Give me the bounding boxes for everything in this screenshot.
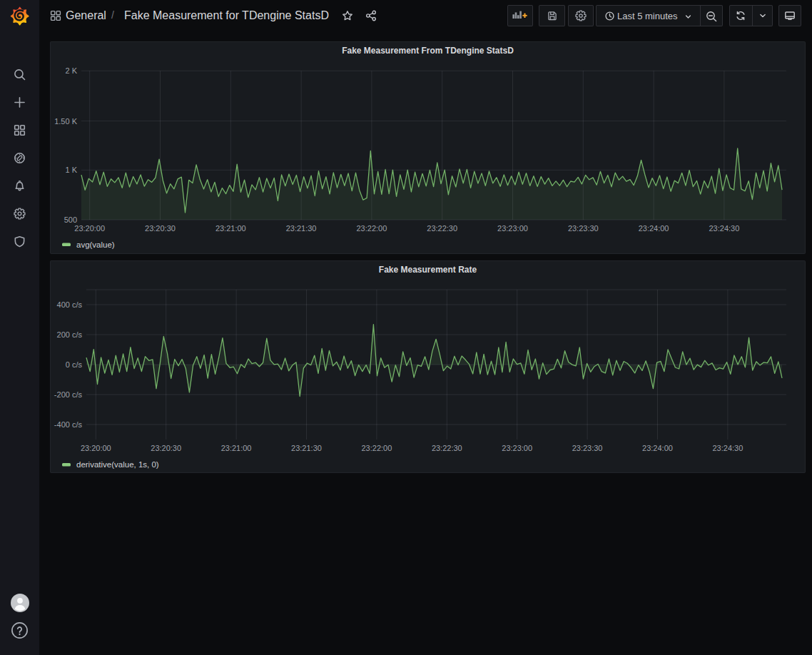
svg-text:23:20:00: 23:20:00 (81, 444, 111, 452)
svg-text:23:22:00: 23:22:00 (356, 224, 387, 233)
svg-text:200 c/s: 200 c/s (57, 330, 83, 339)
svg-text:0 c/s: 0 c/s (66, 360, 83, 369)
svg-text:400 c/s: 400 c/s (57, 300, 83, 309)
svg-text:23:23:00: 23:23:00 (502, 444, 532, 452)
svg-text:23:24:30: 23:24:30 (709, 224, 739, 233)
svg-text:2 K: 2 K (65, 66, 77, 75)
svg-text:23:20:30: 23:20:30 (145, 224, 176, 233)
svg-text:23:22:00: 23:22:00 (361, 444, 392, 452)
svg-text:500: 500 (64, 215, 77, 224)
svg-text:23:21:30: 23:21:30 (291, 444, 322, 452)
svg-text:23:24:00: 23:24:00 (642, 444, 673, 452)
svg-text:23:20:30: 23:20:30 (151, 444, 181, 452)
svg-text:23:20:00: 23:20:00 (74, 224, 105, 233)
svg-text:1 K: 1 K (65, 166, 77, 174)
svg-text:23:21:00: 23:21:00 (215, 224, 246, 233)
svg-text:1.50 K: 1.50 K (54, 117, 77, 126)
svg-text:-400 c/s: -400 c/s (54, 420, 83, 429)
svg-text:23:22:30: 23:22:30 (432, 444, 462, 452)
svg-text:23:23:30: 23:23:30 (572, 444, 603, 452)
svg-text:-200 c/s: -200 c/s (54, 390, 83, 399)
svg-text:23:21:30: 23:21:30 (286, 224, 317, 233)
svg-text:23:22:30: 23:22:30 (427, 224, 457, 233)
svg-text:23:21:00: 23:21:00 (221, 444, 252, 452)
svg-text:23:24:30: 23:24:30 (712, 444, 743, 452)
svg-text:23:24:00: 23:24:00 (639, 224, 669, 233)
svg-text:derivative(value, 1s, 0): derivative(value, 1s, 0) (76, 460, 159, 469)
svg-text:23:23:00: 23:23:00 (497, 224, 528, 233)
svg-text:avg(value): avg(value) (76, 240, 115, 249)
svg-text:23:23:30: 23:23:30 (568, 224, 599, 233)
